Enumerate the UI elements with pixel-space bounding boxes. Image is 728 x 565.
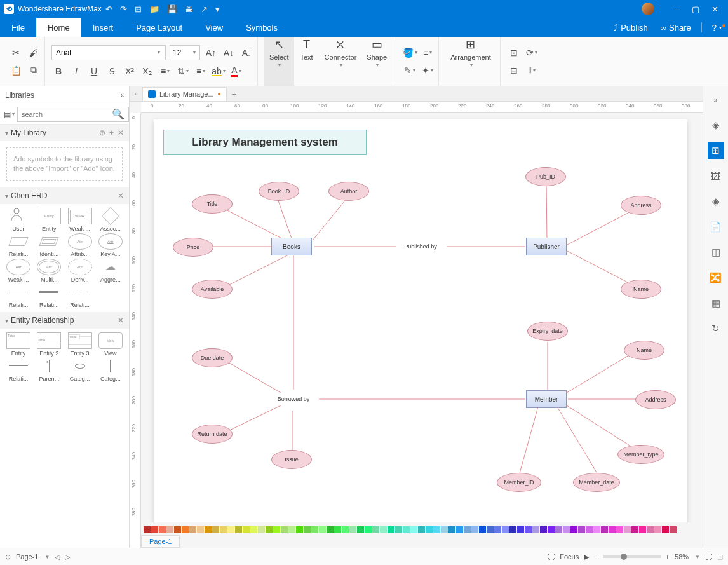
shape-assoc[interactable]: Assoc... (96, 208, 125, 232)
fullscreen-icon[interactable]: ⊡ (717, 553, 723, 561)
search-icon[interactable]: 🔍 (112, 108, 125, 120)
shape-er-cat1[interactable]: Categ... (65, 358, 95, 382)
shape-tool[interactable]: ▭Shape▾ (361, 37, 392, 86)
attr-pubid[interactable]: Pub_ID (525, 167, 566, 186)
shuffle-icon[interactable]: 🔀 (708, 269, 724, 286)
rotate-icon[interactable]: ⟳▾ (525, 46, 539, 60)
canvas[interactable]: Library Management system Books Price Ti… (141, 113, 703, 522)
theme-icon[interactable]: ◈ (708, 117, 724, 133)
attr-price[interactable]: Price (173, 238, 213, 257)
clear-format-icon[interactable]: A⃠ (239, 46, 253, 60)
qr-icon[interactable]: ⊞ (708, 142, 724, 159)
focus-label[interactable]: Focus (560, 553, 579, 561)
diagram-title[interactable]: Library Management system (163, 130, 367, 155)
open-icon[interactable]: 📁 (149, 4, 159, 14)
page-setup-icon[interactable]: 📄 (708, 219, 724, 235)
zoom-out-icon[interactable]: − (594, 553, 598, 561)
fill-icon[interactable]: 🪣▾ (403, 46, 417, 60)
save-icon[interactable]: 💾 (167, 4, 177, 14)
attr-bookid[interactable]: Book_ID (259, 182, 299, 201)
help-button[interactable]: ?▾ (706, 23, 728, 32)
entity-publisher[interactable]: Publisher (526, 238, 567, 255)
library-menu-icon[interactable]: ▤▾ (4, 109, 15, 120)
line-color-icon[interactable]: ✎▾ (403, 64, 417, 78)
entity-member[interactable]: Member (526, 390, 567, 408)
present-icon[interactable]: ▦ (708, 295, 724, 311)
attr-member-id[interactable]: Member_ID (497, 473, 541, 492)
superscript-icon[interactable]: X² (123, 64, 137, 78)
collapse-right-icon[interactable]: » (708, 92, 724, 108)
expand-icon[interactable]: » (130, 90, 142, 97)
add-tab-button[interactable]: + (227, 89, 242, 99)
shape-derived[interactable]: AttrDeriv... (65, 259, 95, 283)
add-icon[interactable]: + (109, 128, 114, 137)
underline-icon[interactable]: U (87, 64, 101, 78)
shape-er-parent[interactable]: •Paren... (34, 358, 64, 382)
shape-key-attr[interactable]: AttrKey A... (96, 233, 125, 257)
menu-file[interactable]: File (0, 18, 36, 37)
attr-pub-name[interactable]: Name (621, 280, 661, 299)
collapse-icon[interactable]: « (120, 92, 124, 99)
shape-user[interactable]: User (4, 208, 33, 232)
arrangement-tool[interactable]: ⊞Arrangement▾ (445, 37, 496, 86)
close-icon[interactable]: ✕ (118, 128, 124, 137)
italic-icon[interactable]: I (69, 64, 83, 78)
export-icon[interactable]: ↗ (201, 4, 208, 14)
shape-weak-entity[interactable]: WeakWeak ... (65, 208, 95, 232)
close-icon[interactable]: ✕ (118, 191, 124, 200)
attr-expiry[interactable]: Expiry_date (527, 322, 568, 341)
format-painter-icon[interactable]: 🖌 (27, 46, 41, 60)
shape-line3[interactable]: Relati... (65, 284, 95, 308)
shape-entity[interactable]: EntityEntity (34, 208, 64, 232)
document-tab[interactable]: Library Manage...• (142, 87, 227, 101)
increase-font-icon[interactable]: A↑ (204, 46, 218, 60)
menu-view[interactable]: View (194, 18, 234, 37)
library-search[interactable]: 🔍 (17, 107, 129, 122)
align-obj-icon[interactable]: ⫴▾ (525, 64, 539, 78)
publish-button[interactable]: ⤴Publish (607, 23, 654, 32)
attr-title[interactable]: Title (192, 194, 233, 214)
decrease-font-icon[interactable]: A↓ (222, 46, 236, 60)
print-icon[interactable]: 🖶 (185, 4, 193, 14)
import-icon[interactable]: ⊕ (99, 128, 105, 137)
shape-weak-attr[interactable]: AttrWeak ... (4, 259, 33, 283)
shape-line2[interactable]: Relati... (34, 284, 64, 308)
new-icon[interactable]: ⊞ (135, 4, 142, 14)
select-tool[interactable]: ↖Select▾ (264, 37, 294, 86)
image-icon[interactable]: 🖼 (708, 168, 724, 184)
relation-borrowed-by[interactable]: Borrowed by (268, 388, 319, 410)
zoom-slider[interactable] (603, 555, 661, 558)
menu-symbols[interactable]: Symbols (234, 18, 289, 37)
font-color-icon[interactable]: A▾ (229, 64, 243, 78)
redo-icon[interactable]: ↷ (120, 4, 127, 14)
shape-multi[interactable]: AttrMulti... (34, 259, 64, 283)
focus-mode-icon[interactable]: ⛶ (548, 553, 555, 561)
zoom-in-icon[interactable]: + (666, 553, 670, 561)
shape-line1[interactable]: Relati... (4, 284, 33, 308)
bullets-icon[interactable]: ≡▾ (158, 64, 172, 78)
text-tool[interactable]: TText (294, 37, 320, 86)
attr-returndate[interactable]: Return date (192, 425, 233, 444)
section-er[interactable]: ▾Entity Relationship✕ (0, 312, 129, 329)
maximize-button[interactable]: ▢ (686, 4, 705, 14)
add-page-icon[interactable]: ⊕ (5, 553, 11, 561)
shape-er-cat2[interactable]: Categ... (96, 358, 125, 382)
group-icon[interactable]: ⊡ (507, 46, 521, 60)
next-page-icon[interactable]: ▷ (65, 553, 70, 561)
attr-duedate[interactable]: Due date (192, 348, 233, 367)
bold-icon[interactable]: B (51, 64, 65, 78)
connector-tool[interactable]: ⤫Connector▾ (320, 37, 362, 86)
attr-member-name[interactable]: Name (624, 341, 664, 360)
page[interactable]: Library Management system Books Price Ti… (154, 119, 687, 522)
attr-available[interactable]: Available (192, 280, 233, 299)
font-select[interactable]: Arial▼ (51, 45, 166, 60)
shape-identifying[interactable]: Identi... (34, 233, 64, 257)
line-style-icon[interactable]: ≡▾ (421, 46, 435, 60)
highlight-icon[interactable]: ab▾ (212, 64, 226, 78)
attr-author[interactable]: Author (328, 182, 369, 201)
object-icon[interactable]: ◫ (708, 244, 724, 261)
cut-icon[interactable]: ✂ (9, 46, 23, 60)
play-icon[interactable]: ▶ (584, 553, 589, 561)
undo-icon[interactable]: ↶ (105, 4, 112, 14)
menu-page-layout[interactable]: Page Layout (125, 18, 194, 37)
